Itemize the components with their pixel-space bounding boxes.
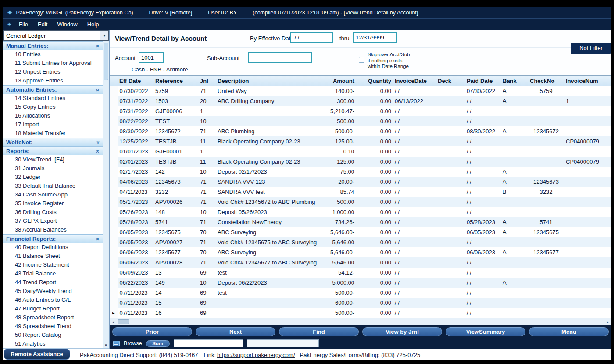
table-row[interactable]: 06/22/202314910Deposit 06/22/20235,000.0… xyxy=(110,278,611,288)
sidebar-item-47-budget-report[interactable]: 47 Budget Report xyxy=(3,304,103,313)
col-header-checkno[interactable]: CheckNo xyxy=(528,76,564,86)
sidebar-item-38-accrual-balances[interactable]: 38 Accrual Balances xyxy=(3,225,103,234)
browse-search-input[interactable] xyxy=(174,339,243,347)
button-find[interactable]: Find xyxy=(279,327,359,336)
sidebar-item-51-analytics[interactable]: 51 Analytics xyxy=(3,339,103,348)
chevron-collapse-icon[interactable]: « xyxy=(95,88,100,91)
sidebar-item-50-report-catalog[interactable]: 50 Report Catalog xyxy=(3,331,103,339)
chevron-collapse-icon[interactable]: « xyxy=(95,237,100,240)
sidebar-item-40-report-definitions[interactable]: 40 Report Definitions xyxy=(3,243,103,252)
sidebar-section-wolfenet[interactable]: WolfeNet:« xyxy=(3,138,103,146)
support-link[interactable]: https://support.pakenergy.com/ xyxy=(217,352,295,358)
sidebar-item-42-income-statement[interactable]: 42 Income Statement xyxy=(3,261,103,269)
button-view-by-jrnl[interactable]: View by Jrnl xyxy=(362,327,442,336)
effective-date-to-input[interactable] xyxy=(353,32,397,43)
button-prior[interactable]: Prior xyxy=(112,327,192,336)
sidebar-item-34-cash-source-app[interactable]: 34 Cash Source/App xyxy=(3,190,103,199)
sidebar-item-45-daily-weekly-trend[interactable]: 45 Daily/Weekly Trend xyxy=(3,287,103,296)
sidebar-section-automatic-entries[interactable]: Automatic Entries:« xyxy=(3,85,103,94)
table-row[interactable]: 02/17/202314210Deposit 02/17/202375.000.… xyxy=(110,167,611,177)
sidebar-item-37-gepx-export[interactable]: 37 GEPX Export xyxy=(3,217,103,225)
chevron-expand-icon[interactable]: « xyxy=(95,141,100,144)
sidebar-item-46-auto-entries-to-g-l[interactable]: 46 Auto Entries to G/L xyxy=(3,296,103,304)
table-row[interactable]: 06/06/2023APV0002871Void Chk# 12345677 t… xyxy=(110,257,611,268)
hscroll-thumb[interactable] xyxy=(118,319,129,324)
col-header-eff-date[interactable]: Eff Date xyxy=(118,76,154,86)
table-row[interactable]: 06/05/20231234567570ABC Surveying5,646.0… xyxy=(110,227,611,237)
col-header-invoicenum[interactable]: InvoiceNum xyxy=(564,76,611,86)
table-row[interactable]: 07/11/20231569600.00-0.00/ // / xyxy=(110,298,611,308)
sidebar-item-49-spreadsheet-trend[interactable]: 49 Spreadsheet Trend xyxy=(3,322,103,331)
table-row[interactable]: 05/28/2023574171Constellation NewEnergy7… xyxy=(110,217,611,227)
table-row[interactable]: ►07/11/20231669500.00-0.00/ // / xyxy=(110,308,611,318)
sidebar-item-33-default-trial-balance[interactable]: 33 Default Trial Balance xyxy=(3,182,103,190)
sidebar-item-13-approve-entries[interactable]: 13 Approve Entries xyxy=(3,76,103,85)
sidebar-item-14-standard-entries[interactable]: 14 Standard Entries xyxy=(3,94,103,103)
col-header-bank[interactable]: Bank xyxy=(501,76,528,86)
sidebar-item-12-unpost-entries[interactable]: 12 Unpost Entries xyxy=(3,68,103,76)
remote-assistance-button[interactable]: Remote Assistance xyxy=(4,349,70,360)
effective-date-from-input[interactable] xyxy=(290,32,333,43)
table-row[interactable]: 04/11/2023323271SANDRA VVV test85.740.00… xyxy=(110,187,611,197)
table-row[interactable]: 06/06/20231234567770ABC Surveying5,646.0… xyxy=(110,247,611,257)
table-row[interactable]: 07/31/2022150320ABC Drilling Company300.… xyxy=(110,96,611,106)
table-row[interactable]: 05/26/202314810Deposit 05/26/20231,000.0… xyxy=(110,207,611,217)
scroll-left-icon[interactable]: ◄ xyxy=(110,319,117,325)
sidebar-item-36-drilling-costs[interactable]: 36 Drilling Costs xyxy=(3,208,103,217)
scrollbar-thumb[interactable] xyxy=(104,43,108,80)
account-input[interactable] xyxy=(139,52,164,63)
menu-help[interactable]: Help xyxy=(82,19,104,29)
button-next[interactable]: Next xyxy=(196,327,275,336)
scrollbar-down-icon[interactable]: ▼ xyxy=(103,343,109,347)
table-row[interactable]: 12/25/2022TESTJB11Black Operating Compan… xyxy=(110,136,611,146)
col-header-invoicedate[interactable]: InvoiceDate xyxy=(393,76,436,86)
sidebar-item-48-spreadsheet-report[interactable]: 48 Spreadsheet Report xyxy=(3,313,103,322)
sidebar-item-17-import[interactable]: 17 Import xyxy=(3,120,103,129)
chevron-collapse-icon[interactable]: « xyxy=(95,44,100,47)
sidebar-item-11-submit-entries-for-approval[interactable]: 11 Submit Entries for Approval xyxy=(3,59,103,68)
chevron-collapse-icon[interactable]: « xyxy=(95,150,100,153)
chevron-down-icon[interactable]: ▼ xyxy=(100,31,108,40)
button-view-summary[interactable]: View Summary xyxy=(446,327,525,336)
table-row[interactable]: 04/06/20231234567371SANDRA VVV 12320.00-… xyxy=(110,177,611,187)
sidebar-section-financial-reports[interactable]: Financial Reports:« xyxy=(3,234,103,243)
subaccount-input[interactable] xyxy=(248,52,312,63)
sum-button[interactable]: Sum xyxy=(146,340,170,347)
sidebar-item-43-trial-balance[interactable]: 43 Trial Balance xyxy=(3,269,103,278)
horizontal-scrollbar[interactable]: ◄ ► xyxy=(110,318,611,325)
sidebar-item-16-allocations[interactable]: 16 Allocations xyxy=(3,111,103,120)
sidebar-item-44-trend-report[interactable]: 44 Trend Report xyxy=(3,278,103,287)
table-row[interactable]: 07/31/2022GJE0000615,210.47-0.00/ // / xyxy=(110,106,611,116)
menu-edit[interactable]: Edit xyxy=(33,19,52,29)
col-header-deck[interactable]: Deck xyxy=(436,76,465,86)
table-row[interactable]: 07/11/20231469test500.00-0.00/ // / xyxy=(110,288,611,298)
col-header-jnl[interactable]: Jnl xyxy=(198,76,216,86)
sidebar-item-15-copy-entries[interactable]: 15 Copy Entries xyxy=(3,103,103,111)
sidebar-section-reports[interactable]: Reports:« xyxy=(3,146,103,155)
sidebar-section-manual-entries[interactable]: Manual Entries:« xyxy=(3,41,103,50)
table-row[interactable]: 06/05/2023APV0002771Void Chk# 12345675 t… xyxy=(110,237,611,247)
sidebar-item-32-ledger[interactable]: 32 Ledger xyxy=(3,173,103,182)
sidebar-scrollbar[interactable]: ▼ xyxy=(103,41,109,348)
table-row[interactable]: 05/17/2023APV0002671Void Chk# 12345672 t… xyxy=(110,197,611,207)
scroll-right-icon[interactable]: ► xyxy=(604,319,611,325)
table-row[interactable]: 07/30/2022575971United Way140.00-0.00/ /… xyxy=(110,86,611,96)
module-selector[interactable]: General Ledger ▼ xyxy=(3,30,109,41)
table-row[interactable]: 02/01/2023TESTJB11Black Operating Compan… xyxy=(110,157,611,167)
menu-file[interactable]: File xyxy=(14,19,33,29)
sidebar-item-35-invoice-register[interactable]: 35 Invoice Register xyxy=(3,199,103,208)
col-header-description[interactable]: Description xyxy=(216,76,323,86)
table-row[interactable]: 08/30/20221234567271ABC Plumbing500.00-0… xyxy=(110,126,611,136)
menu-window[interactable]: Window xyxy=(52,19,82,29)
sidebar-item-41-balance-sheet[interactable]: 41 Balance Sheet xyxy=(3,252,103,261)
table-row[interactable]: 01/01/2023GJE0000110.100.00/ // / xyxy=(110,146,611,157)
browse-secondary-input[interactable] xyxy=(247,339,319,347)
table-row[interactable]: 06/09/20231369test54.12-0.00/ // / xyxy=(110,268,611,278)
sidebar-item-31-journals[interactable]: 31 Journals xyxy=(3,164,103,173)
button-menu[interactable]: Menu xyxy=(529,327,609,336)
col-header-quantity[interactable]: Quantity xyxy=(356,76,393,86)
table-row[interactable]: 08/22/2022TEST10500.000.00/ // / xyxy=(110,116,611,126)
skip-checkbox[interactable] xyxy=(359,57,364,63)
col-header-amount[interactable]: Amount xyxy=(323,76,356,86)
sidebar-item-10-entries[interactable]: 10 Entries xyxy=(3,50,103,59)
